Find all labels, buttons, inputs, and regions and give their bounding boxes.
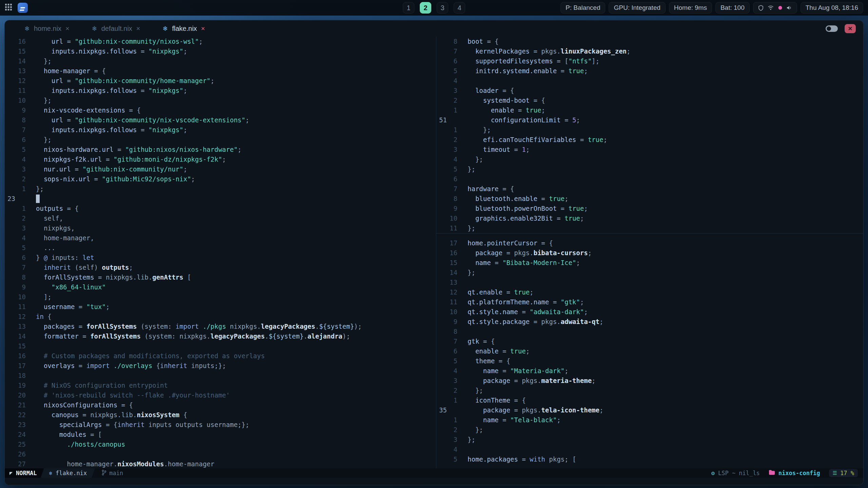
code-line[interactable]: 3}; (436, 435, 863, 445)
code-line[interactable]: 14 }; (5, 56, 436, 66)
code-line[interactable]: 11qt.platformTheme.name = "gtk"; (436, 297, 863, 307)
code-line[interactable]: 3 timeout = 1; (436, 145, 863, 155)
code-line[interactable]: 5 initrd.systemd.enable = true; (436, 66, 863, 76)
command-line[interactable] (5, 478, 863, 485)
code-line[interactable]: 1 }; (436, 125, 863, 135)
code-line[interactable]: 7 kernelPackages = pkgs.linuxPackages_ze… (436, 46, 863, 56)
code-line[interactable]: 27 home-manager.nixosModules.home-manage… (5, 459, 436, 468)
workspace-3[interactable]: 3 (437, 2, 448, 14)
tab-home-nix[interactable]: ❄ home.nix × (24, 25, 70, 33)
code-line[interactable]: 6 supportedFilesystems = ["ntfs"]; (436, 56, 863, 66)
code-line[interactable]: 8 bluetooth.enable = true; (436, 194, 863, 204)
code-line[interactable]: 13 packages = forAllSystems (system: imp… (5, 322, 436, 331)
code-line[interactable]: 10qt.style.name = "adwaita-dark"; (436, 307, 863, 317)
code-line[interactable]: 3 nixpkgs, (5, 223, 436, 233)
code-line[interactable]: 2 }; (436, 386, 863, 395)
window-close-button[interactable]: × (845, 24, 856, 33)
code-line[interactable]: 4 home-manager, (5, 233, 436, 243)
code-line[interactable]: 15 inputs.nixpkgs.follows = "nixpkgs"; (5, 46, 436, 56)
launcher-app-icon[interactable] (18, 3, 28, 13)
code-line[interactable]: 12 url = "github:nix-community/home-mana… (5, 76, 436, 86)
app-grid-icon[interactable] (5, 3, 12, 12)
code-line[interactable]: 5home.packages = with pkgs; [ (436, 454, 863, 464)
code-line[interactable]: 7hardware = { (436, 184, 863, 194)
code-line[interactable]: 5 nixos-hardware.url = "github:nixos/nix… (5, 145, 436, 155)
code-line[interactable]: 9 nix-vscode-extensions = { (5, 105, 436, 115)
code-line[interactable]: 11}; (436, 223, 863, 233)
code-line[interactable]: 4 name = "Materia-dark"; (436, 366, 863, 376)
code-line[interactable]: 19 # NixOS configuration entrypoint (5, 381, 436, 390)
code-line[interactable]: 2 sops-nix.url = "github:Mic92/sops-nix"… (5, 174, 436, 184)
code-line[interactable]: 9qt.style.package = pkgs.adwaita-qt; (436, 317, 863, 327)
code-line[interactable]: 21 nixosConfigurations = { (5, 400, 436, 410)
power-profile-status[interactable]: P: Balanced (560, 2, 605, 14)
code-line[interactable]: 9 bluetooth.powerOnBoot = true; (436, 204, 863, 214)
code-line[interactable]: 23 (5, 194, 436, 204)
ping-status[interactable]: Home: 9ms (669, 2, 712, 14)
code-line[interactable]: 6 }; (5, 135, 436, 145)
tab-close-icon[interactable]: × (201, 25, 205, 33)
code-line[interactable]: 5 theme = { (436, 356, 863, 366)
code-line[interactable]: 35 package = pkgs.tela-icon-theme; (436, 405, 863, 415)
code-line[interactable]: 1 enable = true; (436, 105, 863, 115)
code-line[interactable]: 8 url = "github:nix-community/nix-vscode… (5, 115, 436, 125)
code-line[interactable]: 5 ... (5, 243, 436, 253)
code-line[interactable]: 3 package = pkgs.materia-theme; (436, 376, 863, 386)
code-line[interactable]: 10 graphics.enable32Bit = true; (436, 214, 863, 223)
horizontal-split-separator[interactable] (436, 233, 863, 233)
code-line[interactable]: 10 ]; (5, 292, 436, 302)
clock[interactable]: Thu Aug 08, 18:16 (801, 2, 863, 14)
code-line[interactable]: 18 (5, 371, 436, 381)
editor-pane-right-top[interactable]: 8boot = {7 kernelPackages = pkgs.linuxPa… (436, 37, 863, 233)
code-line[interactable]: 12qt.enable = true; (436, 287, 863, 297)
workspace-4[interactable]: 4 (454, 2, 465, 14)
code-line[interactable]: 1}; (5, 184, 436, 194)
code-line[interactable]: 4 (436, 445, 863, 454)
code-line[interactable]: 12in { (5, 312, 436, 322)
code-line[interactable]: 8 forAllSystems = nixpkgs.lib.genAttrs [ (5, 272, 436, 282)
tab-default-nix[interactable]: ❄ default.nix × (92, 25, 140, 33)
code-line[interactable]: 1outputs = { (5, 204, 436, 214)
code-line[interactable]: 24 modules = [ (5, 430, 436, 440)
code-line[interactable]: 5}; (436, 164, 863, 174)
code-line[interactable]: 4 (436, 76, 863, 86)
code-line[interactable]: 6 (436, 174, 863, 184)
view-toggle[interactable] (826, 25, 838, 32)
code-line[interactable]: 11 username = "tux"; (5, 302, 436, 312)
editor-pane-right-bottom[interactable]: 17home.pointerCursor = {16 package = pkg… (436, 238, 863, 464)
code-line[interactable]: 14 formatter = forAllSystems (system: ni… (5, 331, 436, 341)
code-line[interactable]: 23 specialArgs = {inherit inputs outputs… (5, 420, 436, 430)
code-line[interactable]: 16 package = pkgs.bibata-cursors; (436, 248, 863, 258)
code-line[interactable]: 16 url = "github:nix-community/nixos-wsl… (5, 37, 436, 46)
code-line[interactable]: 13 (436, 278, 863, 287)
code-line[interactable]: 2 systemd-boot = { (436, 96, 863, 105)
code-line[interactable]: 7 inputs.nixpkgs.follows = "nixpkgs"; (5, 125, 436, 135)
code-line[interactable]: 17 overlays = import ./overlays {inherit… (5, 361, 436, 371)
code-line[interactable]: 20 # 'nixos-rebuild switch --flake .#you… (5, 390, 436, 400)
code-line[interactable]: 26 (5, 449, 436, 459)
code-line[interactable]: 4 }; (436, 155, 863, 164)
code-line[interactable]: 2 }; (436, 425, 863, 435)
code-line[interactable]: 8 (436, 327, 863, 337)
code-line[interactable]: 2 self, (5, 214, 436, 223)
code-line[interactable]: 14}; (436, 268, 863, 278)
code-line[interactable]: 9 "x86_64-linux" (5, 282, 436, 292)
tab-close-icon[interactable]: × (65, 25, 70, 33)
code-line[interactable]: 13 home-manager = { (5, 66, 436, 76)
tab-flake-nix[interactable]: ❄ flake.nix × (163, 25, 205, 33)
code-line[interactable]: 6} @ inputs: let (5, 253, 436, 263)
workspace-1[interactable]: 1 (403, 2, 414, 14)
code-line[interactable]: 4 nixpkgs-f2k.url = "github:moni-dz/nixp… (5, 155, 436, 164)
code-line[interactable]: 15 name = "Bibata-Modern-Ice"; (436, 258, 863, 268)
code-line[interactable]: 10 }; (5, 96, 436, 105)
code-line[interactable]: 51 configurationLimit = 5; (436, 115, 863, 125)
code-line[interactable]: 7gtk = { (436, 337, 863, 346)
code-line[interactable]: 7 inherit (self) outputs; (5, 263, 436, 272)
editor-pane-left[interactable]: 16 url = "github:nix-community/nixos-wsl… (5, 37, 436, 468)
code-line[interactable]: 17home.pointerCursor = { (436, 238, 863, 248)
code-line[interactable]: 25 ./hosts/canopus (5, 440, 436, 449)
code-line[interactable]: 2 efi.canTouchEfiVariables = true; (436, 135, 863, 145)
code-line[interactable]: 11 inputs.nixpkgs.follows = "nixpkgs"; (5, 86, 436, 96)
code-line[interactable]: 22 canopus = nixpkgs.lib.nixosSystem { (5, 410, 436, 420)
code-line[interactable]: 8boot = { (436, 37, 863, 46)
